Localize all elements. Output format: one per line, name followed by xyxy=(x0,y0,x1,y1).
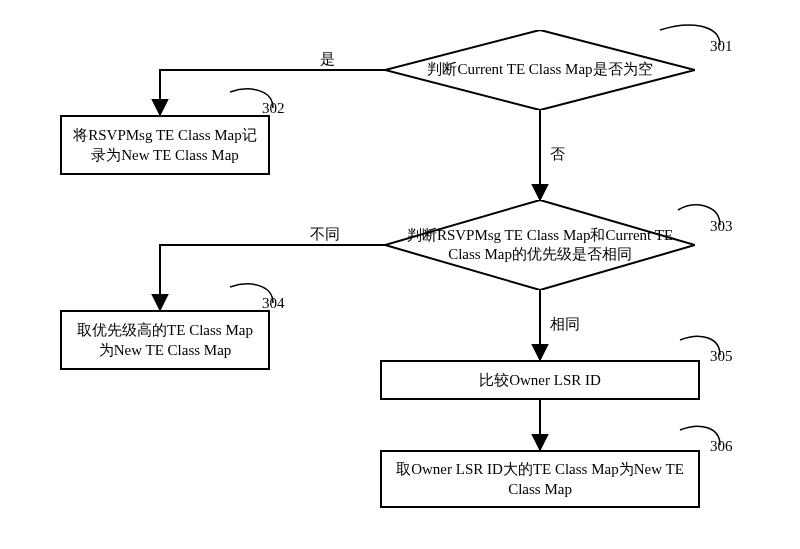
process-take-larger-owner-id: 取Owner LSR ID大的TE Class Map为New TE Class… xyxy=(380,450,700,508)
process-text: 取Owner LSR ID大的TE Class Map为New TE Class… xyxy=(390,459,690,500)
process-text: 比较Owner LSR ID xyxy=(479,370,601,390)
decision-text: 判断Current TE Class Map是否为空 xyxy=(385,30,695,110)
decision-priority-same: 判断RSVPMsg TE Class Map和Current TE Class … xyxy=(385,200,695,290)
decision-text: 判断RSVPMsg TE Class Map和Current TE Class … xyxy=(385,214,695,276)
step-number-302: 302 xyxy=(262,100,285,117)
process-take-higher-priority: 取优先级高的TE Class Map为New TE Class Map xyxy=(60,310,270,370)
edge-label-diff: 不同 xyxy=(310,225,340,244)
step-number-301: 301 xyxy=(710,38,733,55)
step-number-304: 304 xyxy=(262,295,285,312)
decision-current-map-empty: 判断Current TE Class Map是否为空 xyxy=(385,30,695,110)
edge-label-yes: 是 xyxy=(320,50,335,69)
process-text: 将RSVPMsg TE Class Map记录为New TE Class Map xyxy=(70,125,260,166)
process-text: 取优先级高的TE Class Map为New TE Class Map xyxy=(70,320,260,361)
edge-label-no: 否 xyxy=(550,145,565,164)
edge-label-same: 相同 xyxy=(550,315,580,334)
step-number-303: 303 xyxy=(710,218,733,235)
step-number-306: 306 xyxy=(710,438,733,455)
step-number-305: 305 xyxy=(710,348,733,365)
process-record-new-map: 将RSVPMsg TE Class Map记录为New TE Class Map xyxy=(60,115,270,175)
process-compare-owner-lsr-id: 比较Owner LSR ID xyxy=(380,360,700,400)
